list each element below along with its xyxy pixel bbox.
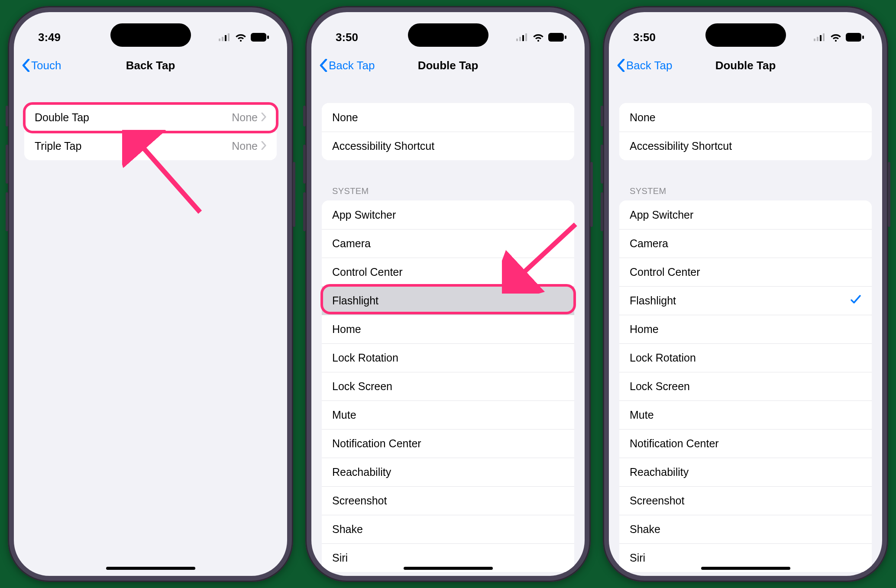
row-label: App Switcher (332, 209, 396, 221)
row-label: Reachability (332, 466, 391, 478)
cellular-icon (516, 33, 528, 41)
cellular-icon (814, 33, 826, 41)
battery-icon (548, 33, 566, 42)
screen: 3:49 Touch Back Tap Double Tap None (14, 12, 287, 576)
row-label: Home (630, 323, 659, 336)
row-label: Siri (630, 552, 645, 564)
row-triple-tap[interactable]: Triple Tap None (24, 132, 277, 160)
svg-rect-2 (225, 35, 226, 41)
row-camera[interactable]: Camera (322, 229, 574, 258)
row-label: Shake (332, 523, 363, 536)
row-shake[interactable]: Shake (619, 515, 872, 543)
row-reachability[interactable]: Reachability (322, 458, 574, 486)
side-button (601, 192, 603, 231)
svg-rect-16 (820, 35, 822, 41)
status-time: 3:50 (336, 31, 358, 44)
row-label: Control Center (332, 266, 403, 278)
side-button (303, 145, 306, 184)
row-control-center[interactable]: Control Center (619, 258, 872, 286)
svg-rect-0 (219, 39, 220, 41)
system-group: App Switcher Camera Control Center Flash… (322, 200, 574, 572)
chevron-left-icon (22, 59, 30, 72)
nav-back-button[interactable]: Touch (22, 59, 61, 72)
nav-back-button[interactable]: Back Tap (319, 59, 375, 72)
row-lock-screen[interactable]: Lock Screen (619, 372, 872, 401)
nav-back-label: Touch (31, 59, 61, 72)
side-button (6, 192, 8, 231)
row-label: Lock Screen (332, 380, 392, 393)
side-button (601, 145, 603, 184)
checkmark-icon (850, 294, 861, 308)
row-label: Lock Screen (630, 380, 690, 393)
row-label: Lock Rotation (332, 352, 398, 364)
row-lock-screen[interactable]: Lock Screen (322, 372, 574, 401)
row-notification-center[interactable]: Notification Center (322, 429, 574, 458)
row-value: None (232, 140, 258, 152)
cellular-icon (219, 33, 231, 41)
row-flashlight[interactable]: Flashlight (619, 286, 872, 315)
side-button (6, 145, 8, 184)
wifi-icon (533, 33, 544, 42)
row-double-tap[interactable]: Double Tap None (24, 103, 277, 132)
home-indicator (404, 567, 493, 570)
row-none[interactable]: None (322, 103, 574, 132)
dynamic-island (408, 23, 488, 47)
row-label: Notification Center (332, 437, 421, 450)
row-label: Control Center (630, 266, 700, 278)
screen: 3:50 Back Tap Double Tap None Accessibil… (609, 12, 882, 576)
row-control-center[interactable]: Control Center (322, 258, 574, 286)
status-time: 3:49 (38, 31, 61, 44)
nav-bar: Back Tap Double Tap (609, 51, 882, 80)
row-label: Shake (630, 523, 660, 536)
row-none[interactable]: None (619, 103, 872, 132)
row-label: Lock Rotation (630, 352, 696, 364)
svg-rect-8 (519, 37, 521, 41)
svg-rect-18 (846, 33, 861, 42)
row-reachability[interactable]: Reachability (619, 458, 872, 486)
svg-rect-7 (516, 39, 518, 41)
row-label: None (630, 111, 656, 124)
row-mute[interactable]: Mute (619, 401, 872, 429)
row-label: Home (332, 323, 361, 336)
row-app-switcher[interactable]: App Switcher (322, 200, 574, 229)
svg-rect-5 (267, 36, 269, 39)
svg-rect-15 (817, 37, 818, 41)
row-mute[interactable]: Mute (322, 401, 574, 429)
row-accessibility-shortcut[interactable]: Accessibility Shortcut (322, 132, 574, 160)
tap-options-group: Double Tap None Triple Tap None (24, 103, 277, 160)
row-lock-rotation[interactable]: Lock Rotation (322, 343, 574, 372)
side-button (6, 106, 8, 126)
home-indicator (701, 567, 790, 570)
iphone-frame: 3:50 Back Tap Double Tap None Accessibil… (603, 6, 888, 582)
row-home[interactable]: Home (619, 315, 872, 343)
wifi-icon (830, 33, 841, 42)
row-label: Mute (630, 409, 654, 421)
row-screenshot[interactable]: Screenshot (619, 486, 872, 515)
row-label: Camera (630, 237, 668, 250)
screen: 3:50 Back Tap Double Tap None Accessibil… (311, 12, 585, 576)
general-group: None Accessibility Shortcut (619, 103, 872, 160)
battery-icon (846, 33, 864, 42)
row-lock-rotation[interactable]: Lock Rotation (619, 343, 872, 372)
iphone-frame: 3:50 Back Tap Double Tap None Accessibil… (305, 6, 591, 582)
row-flashlight[interactable]: Flashlight (322, 286, 574, 315)
dynamic-island (705, 23, 786, 47)
battery-icon (251, 33, 269, 42)
row-camera[interactable]: Camera (619, 229, 872, 258)
chevron-left-icon (319, 59, 328, 72)
nav-back-button[interactable]: Back Tap (617, 59, 672, 72)
row-label: Double Tap (35, 111, 89, 124)
row-app-switcher[interactable]: App Switcher (619, 200, 872, 229)
row-screenshot[interactable]: Screenshot (322, 486, 574, 515)
row-shake[interactable]: Shake (322, 515, 574, 543)
svg-rect-14 (814, 39, 815, 41)
nav-bar: Back Tap Double Tap (311, 51, 585, 80)
row-label: Siri (332, 552, 348, 564)
row-label: Flashlight (332, 294, 378, 307)
row-accessibility-shortcut[interactable]: Accessibility Shortcut (619, 132, 872, 160)
row-label: Mute (332, 409, 356, 421)
svg-rect-4 (251, 33, 266, 42)
row-notification-center[interactable]: Notification Center (619, 429, 872, 458)
row-home[interactable]: Home (322, 315, 574, 343)
row-label: Reachability (630, 466, 689, 478)
